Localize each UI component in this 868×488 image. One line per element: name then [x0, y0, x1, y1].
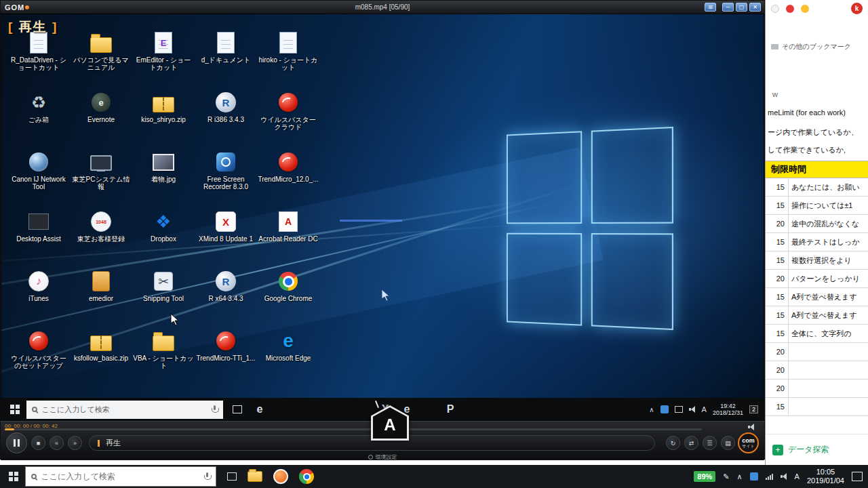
table-row[interactable]: 20: [766, 343, 868, 361]
table-row[interactable]: 15 最終テストはしっか: [766, 233, 868, 251]
minutes-cell: 20: [766, 380, 789, 397]
gom-titlebar[interactable]: GOM m085.mp4 [05/90] ⊞ ─ ▢ ✕: [1, 1, 764, 14]
desktop-icon-image: [87, 329, 115, 352]
sheet-header-cell[interactable]: 制限時間: [766, 161, 868, 178]
sheet-cell-text[interactable]: ージ内で作業しているか、: [768, 127, 859, 138]
desktop-icon: Desktop Assist: [7, 208, 70, 268]
plus-icon[interactable]: +: [772, 445, 783, 455]
desktop-icon: TrendMicro-TTi_1...: [195, 327, 257, 387]
desktop-icon-image: A: [275, 210, 302, 233]
table-row[interactable]: 15 操作については±1: [766, 197, 868, 215]
playlist-button[interactable]: ☰: [703, 436, 717, 450]
desktop-icon: e Evernote: [70, 89, 132, 148]
minutes-cell: 15: [766, 251, 789, 269]
sheet-cell-text[interactable]: meLimit (for each work): [768, 108, 846, 117]
seek-bar[interactable]: [5, 428, 702, 430]
desktop-icon-label: XMind 8 Update 1: [199, 235, 253, 243]
file-explorer-button[interactable]: [248, 471, 262, 482]
pause-button[interactable]: [6, 432, 27, 453]
stop-button[interactable]: ■: [31, 436, 45, 450]
speaker-icon[interactable]: [781, 473, 787, 480]
desktop-icon-image: [275, 150, 302, 174]
sheet-cell-text[interactable]: して作業できているか,: [768, 145, 846, 155]
next-button[interactable]: »: [68, 436, 82, 450]
table-row[interactable]: 20 途中の混乱がなくな: [766, 215, 868, 233]
panel-toggle-icon[interactable]: ⊞: [705, 3, 716, 12]
desktop-icon: d_ドキュメント: [195, 29, 257, 89]
table-row[interactable]: 15 A列で並べ替えます: [766, 288, 868, 306]
desktop-icon-image: e: [275, 329, 302, 352]
search-input[interactable]: [41, 472, 180, 481]
table-row[interactable]: 20: [766, 361, 868, 380]
desktop-icon: 1048 東芝お客様登録: [70, 208, 132, 268]
desktop-icon-label: Snipping Tool: [143, 295, 184, 302]
desktop-icon-image: R: [212, 91, 239, 114]
table-row[interactable]: 15 全体に、文字列の: [766, 325, 868, 343]
table-row[interactable]: 15 複数行選択をより: [766, 251, 868, 270]
minutes-cell: 20: [766, 343, 789, 361]
maximize-icon[interactable]: ▢: [736, 3, 747, 12]
action-center-icon[interactable]: [852, 472, 863, 481]
task-cell: あなたには、お願い: [789, 182, 860, 192]
table-row[interactable]: 20 パターンをしっかり: [766, 270, 868, 288]
tray-app-icon[interactable]: [750, 472, 758, 481]
control-panel-button[interactable]: ▤: [721, 436, 735, 450]
other-bookmarks[interactable]: その他のブックマーク: [771, 42, 851, 52]
table-row[interactable]: 15 あなたには、お願い: [766, 178, 868, 197]
desktop-icon: ✂ Snipping Tool: [132, 268, 195, 327]
task-cell: 途中の混乱がなくな: [789, 219, 859, 229]
cursor-white: [170, 313, 179, 326]
desktop-icon-image: e: [87, 91, 115, 114]
desktop-icon: ❖ Dropbox: [132, 208, 195, 268]
chrome-taskbar-button[interactable]: [299, 469, 314, 484]
desktop-icon: emedior: [70, 268, 132, 327]
minutes-cell: 20: [766, 270, 789, 287]
sheet-cell-w[interactable]: w: [772, 90, 778, 98]
video-system-tray: ∧ A 19:42 2018/12/31 2: [649, 403, 758, 416]
previous-button[interactable]: «: [50, 436, 64, 450]
desktop-icon-image: 1048: [87, 210, 115, 233]
start-button[interactable]: [9, 472, 18, 481]
favicon-dot[interactable]: [786, 5, 794, 13]
desktop-icon-label: hiroko - ショートカット: [258, 56, 319, 71]
task-cell: A列で並べ替えます: [789, 292, 857, 302]
network-icon[interactable]: [766, 474, 773, 480]
ime-indicator[interactable]: A: [795, 472, 800, 481]
gom-site-button[interactable]: com サイト: [738, 432, 759, 453]
desktop-icon-grid: R_DataDriven - ショートカット パソコンで見るマニュアル E Em…: [7, 29, 319, 387]
video-frame[interactable]: [ 再生 ] R_DataDriven - ショートカット パソコンで見るマニュ…: [1, 14, 764, 421]
table-row[interactable]: 15: [766, 398, 868, 416]
task-view-button[interactable]: [227, 472, 237, 481]
data-explore-label[interactable]: データ探索: [788, 444, 829, 455]
desktop-icon: R R x64 3.4.3: [195, 268, 257, 327]
desktop-icon-image: [25, 150, 52, 174]
favicon-dot[interactable]: [801, 5, 809, 13]
table-row[interactable]: 15 A列で並べ替えます: [766, 306, 868, 325]
favicon-dot[interactable]: [771, 5, 779, 13]
battery-badge[interactable]: 89%: [694, 471, 715, 482]
gom-player-window: GOM m085.mp4 [05/90] ⊞ ─ ▢ ✕ [ 再生: [0, 0, 765, 460]
settings-button[interactable]: 環境設定: [1, 454, 764, 460]
desktop-icon-label: Google Chrome: [264, 295, 313, 302]
taskbar-icons-left: e: [254, 404, 331, 415]
data-explore-bar: + データ探索: [766, 434, 868, 465]
ime-indicator: A: [702, 405, 707, 413]
gom-player-taskbar-button[interactable]: [273, 469, 288, 484]
table-row[interactable]: 20: [766, 380, 868, 398]
mic-icon[interactable]: [204, 472, 210, 481]
profile-avatar[interactable]: k: [851, 3, 863, 14]
repeat-button[interactable]: ↻: [666, 436, 680, 450]
taskbar-search-box[interactable]: [25, 466, 216, 487]
minimize-icon[interactable]: ─: [722, 3, 734, 12]
shuffle-button[interactable]: ⇄: [684, 436, 698, 450]
close-icon[interactable]: ✕: [749, 3, 761, 12]
settings-label: 環境設定: [376, 453, 397, 461]
pen-icon[interactable]: ✎: [723, 472, 729, 481]
desktop-icon-label: EmEditor - ショートカット: [133, 56, 194, 71]
tray-expand-icon[interactable]: ∧: [737, 472, 743, 481]
desktop-icon-image: E: [150, 31, 177, 54]
volume-icon[interactable]: [748, 424, 755, 430]
desktop-icon-image: ♻: [25, 91, 52, 114]
minutes-cell: 15: [766, 306, 789, 324]
clock[interactable]: 10:05 2019/01/04: [807, 468, 844, 485]
